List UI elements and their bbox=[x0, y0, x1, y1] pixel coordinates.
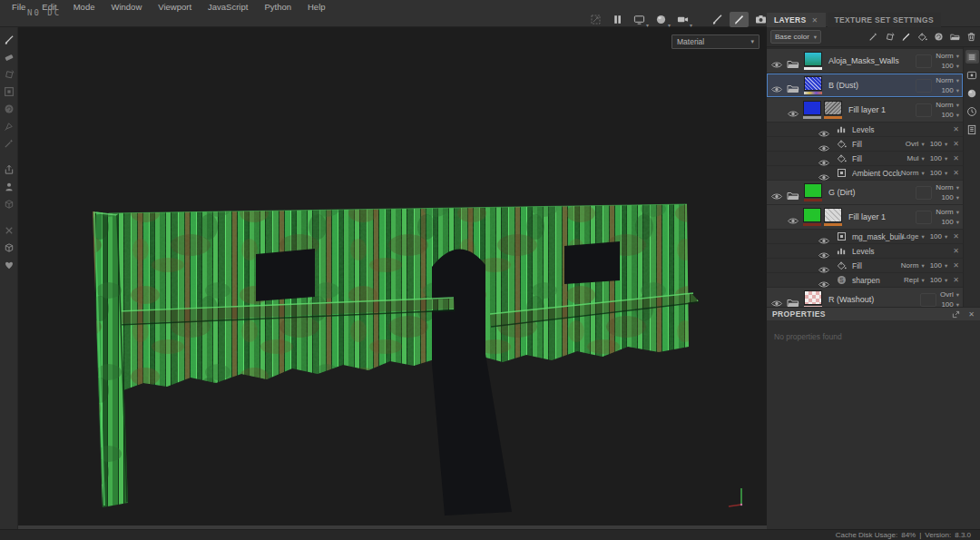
layer-blend-dropdown[interactable]: Ovrl▾ bbox=[940, 290, 959, 299]
remove-effect-icon[interactable]: ✕ bbox=[953, 232, 959, 241]
material-mode-dropdown[interactable]: Material ▾ bbox=[671, 34, 760, 49]
layer-visibility-toggle[interactable] bbox=[770, 56, 784, 65]
layer-mask-thumbnail[interactable] bbox=[824, 208, 842, 226]
smudge-tool-icon[interactable] bbox=[1, 101, 17, 117]
menu-mode[interactable]: Mode bbox=[65, 2, 103, 12]
effect-visibility-toggle[interactable] bbox=[818, 154, 831, 163]
pick-material-icon[interactable] bbox=[867, 31, 879, 44]
add-smart-mask-icon[interactable] bbox=[932, 31, 945, 44]
properties-panel-icon[interactable] bbox=[965, 123, 979, 136]
remove-effect-icon[interactable]: ✕ bbox=[953, 169, 959, 177]
effect-visibility-toggle[interactable] bbox=[818, 140, 831, 149]
smart-material-icon[interactable] bbox=[1, 257, 17, 273]
effect-visibility-toggle[interactable] bbox=[818, 232, 831, 241]
effect-blend-dropdown[interactable]: Ovrl▾ bbox=[906, 140, 925, 148]
effect-row[interactable]: FillMul▾100▾✕ bbox=[767, 152, 963, 165]
material-picker-tool-icon[interactable] bbox=[1, 135, 17, 152]
layer-group-row[interactable]: G (Dirt)Norm▾100▾ bbox=[767, 181, 963, 204]
layer-thumbnail[interactable] bbox=[804, 290, 822, 307]
layer-thumbnail[interactable] bbox=[804, 52, 822, 70]
layer-blend-dropdown[interactable]: Norm▾ bbox=[936, 76, 959, 84]
remove-effect-icon[interactable]: ✕ bbox=[953, 140, 959, 148]
menu-viewport[interactable]: Viewport bbox=[150, 2, 200, 12]
history-panel-icon[interactable] bbox=[965, 104, 979, 118]
remove-effect-icon[interactable]: ✕ bbox=[953, 154, 959, 162]
layer-thumbnail[interactable] bbox=[804, 183, 822, 201]
viewport-3d[interactable]: Material ▾ bbox=[18, 27, 767, 529]
layer-visibility-toggle[interactable] bbox=[770, 188, 784, 197]
effect-visibility-toggle[interactable] bbox=[818, 247, 831, 256]
effect-visibility-toggle[interactable] bbox=[818, 261, 831, 270]
bake-textures-icon[interactable] bbox=[1, 179, 17, 195]
add-folder-icon[interactable] bbox=[948, 31, 961, 44]
remove-effect-icon[interactable]: ✕ bbox=[953, 125, 959, 133]
layer-thumbnail[interactable] bbox=[804, 76, 822, 94]
gizmo-select-icon[interactable] bbox=[586, 12, 605, 27]
layer-opacity-dropdown[interactable]: 100▾ bbox=[941, 300, 959, 307]
layer-row[interactable]: Fill layer 1Norm▾100▾ bbox=[767, 98, 963, 122]
layer-blend-dropdown[interactable]: Norm▾ bbox=[936, 183, 959, 191]
layer-group-row[interactable]: B (Dust)Norm▾100▾ bbox=[767, 74, 963, 97]
tab-layers[interactable]: LAYERS ✕ bbox=[767, 13, 826, 27]
layer-opacity-dropdown[interactable]: 100▾ bbox=[941, 218, 959, 226]
layer-blend-dropdown[interactable]: Norm▾ bbox=[936, 208, 959, 216]
effect-visibility-toggle[interactable] bbox=[818, 169, 831, 178]
menu-python[interactable]: Python bbox=[256, 2, 299, 12]
export-mesh-icon[interactable] bbox=[1, 162, 17, 178]
layer-group-row[interactable]: R (Washout)Ovrl▾100▾ bbox=[767, 288, 963, 307]
effect-row[interactable]: mg_mask_builderLdge▾100▾✕ bbox=[767, 230, 963, 243]
layer-blend-dropdown[interactable]: Norm▾ bbox=[936, 101, 959, 109]
channel-dropdown[interactable]: Base color ▾ bbox=[770, 30, 821, 44]
tab-texture-set-settings[interactable]: TEXTURE SET SETTINGS bbox=[828, 13, 941, 27]
layer-blend-dropdown[interactable]: Norm▾ bbox=[936, 52, 959, 60]
effect-row[interactable]: FillOvrl▾100▾✕ bbox=[767, 137, 963, 151]
layer-row[interactable]: Fill layer 1Norm▾100▾ bbox=[767, 205, 963, 229]
effect-row[interactable]: FillNorm▾100▾✕ bbox=[767, 259, 963, 272]
layer-visibility-toggle[interactable] bbox=[787, 212, 800, 221]
layers-panel-icon[interactable] bbox=[965, 50, 979, 64]
menu-window[interactable]: Window bbox=[103, 2, 150, 12]
layer-opacity-dropdown[interactable]: 100▾ bbox=[941, 62, 959, 70]
menu-help[interactable]: Help bbox=[299, 2, 334, 12]
close-tab-icon[interactable]: ✕ bbox=[812, 16, 818, 25]
layer-visibility-toggle[interactable] bbox=[787, 105, 800, 114]
pencil-tool-icon[interactable] bbox=[730, 12, 749, 27]
shader-settings-panel-icon[interactable] bbox=[965, 86, 979, 100]
remove-effect-icon[interactable]: ✕ bbox=[953, 247, 959, 255]
layer-visibility-toggle[interactable] bbox=[770, 81, 784, 90]
display-settings-panel-icon[interactable] bbox=[965, 68, 979, 82]
shader-sphere-icon[interactable]: ▾ bbox=[652, 12, 671, 27]
effect-opacity-dropdown[interactable]: 100▾ bbox=[930, 261, 948, 270]
effect-opacity-dropdown[interactable]: 100▾ bbox=[930, 169, 948, 177]
layer-thumbnail[interactable] bbox=[803, 208, 821, 226]
layer-opacity-dropdown[interactable]: 100▾ bbox=[941, 111, 959, 119]
camera-view-icon[interactable]: ▾ bbox=[673, 12, 692, 27]
layer-visibility-toggle[interactable] bbox=[770, 295, 784, 304]
eraser-tool-icon[interactable] bbox=[1, 49, 17, 65]
effect-opacity-dropdown[interactable]: 100▾ bbox=[930, 276, 948, 284]
layer-group-row[interactable]: Aloja_Masks_WallsNorm▾100▾ bbox=[767, 49, 963, 73]
effect-blend-dropdown[interactable]: Norm▾ bbox=[901, 169, 925, 177]
polygon-fill-tool-icon[interactable] bbox=[1, 83, 17, 100]
effect-row[interactable]: Levels✕ bbox=[767, 123, 963, 136]
effect-opacity-dropdown[interactable]: 100▾ bbox=[930, 232, 948, 241]
effect-blend-dropdown[interactable]: Repl▾ bbox=[904, 276, 925, 284]
symmetry-tool-icon[interactable] bbox=[1, 222, 17, 239]
close-panel-icon[interactable]: ✕ bbox=[968, 310, 975, 319]
geometry-mask-icon[interactable] bbox=[1, 196, 17, 212]
layer-opacity-dropdown[interactable]: 100▾ bbox=[941, 193, 959, 201]
effect-blend-dropdown[interactable]: Norm▾ bbox=[901, 261, 925, 270]
pause-engine-icon[interactable] bbox=[608, 12, 627, 27]
projection-tool-icon[interactable] bbox=[1, 66, 17, 83]
effect-blend-dropdown[interactable]: Mul▾ bbox=[907, 154, 925, 162]
effect-blend-dropdown[interactable]: Ldge▾ bbox=[903, 232, 925, 241]
add-fill-layer-icon[interactable] bbox=[916, 31, 928, 44]
effect-row[interactable]: Levels✕ bbox=[767, 244, 963, 258]
layer-opacity-dropdown[interactable]: 100▾ bbox=[941, 86, 959, 94]
effect-row[interactable]: SsharpenRepl▾100▾✕ bbox=[767, 273, 963, 287]
paint-brush-tool-icon[interactable] bbox=[1, 32, 17, 48]
layer-thumbnail[interactable] bbox=[803, 101, 821, 119]
effect-opacity-dropdown[interactable]: 100▾ bbox=[930, 140, 948, 148]
delete-layer-icon[interactable] bbox=[965, 31, 977, 44]
clone-tool-icon[interactable] bbox=[1, 118, 17, 134]
